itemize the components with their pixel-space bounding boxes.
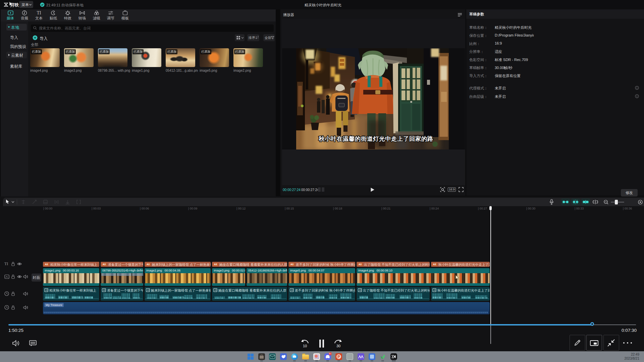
svg-text:10: 10 [303, 344, 307, 348]
svg-text:30: 30 [336, 344, 340, 348]
svg-text:秋小叶在温馨的街道灯光中走上了回家的路: 秋小叶在温馨的街道灯光中走上了回家的路 [318, 135, 433, 142]
